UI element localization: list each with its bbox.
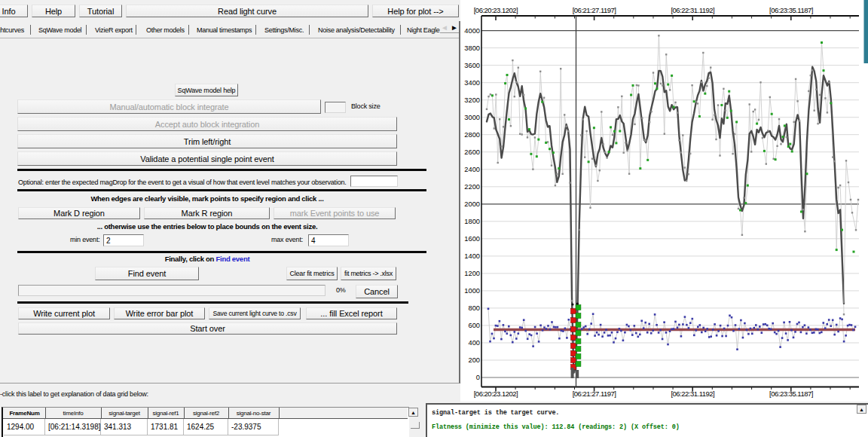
svg-text:600: 600: [468, 322, 480, 329]
svg-text:2000: 2000: [464, 200, 480, 208]
svg-text:3600: 3600: [464, 62, 480, 69]
svg-text:1200: 1200: [464, 270, 480, 277]
svg-text:2800: 2800: [464, 131, 480, 139]
svg-text:800: 800: [468, 304, 480, 312]
svg-text:3800: 3800: [464, 44, 480, 52]
svg-text:0: 0: [476, 374, 480, 381]
svg-text:4000: 4000: [464, 27, 480, 35]
svg-text:1800: 1800: [464, 218, 480, 225]
svg-text:[06:21:27.1197]: [06:21:27.1197]: [573, 390, 616, 398]
svg-text:3400: 3400: [464, 79, 480, 87]
svg-text:1600: 1600: [464, 235, 480, 243]
svg-text:[06:23:35.1187]: [06:23:35.1187]: [769, 390, 813, 398]
svg-text:3200: 3200: [464, 96, 480, 104]
svg-text:1400: 1400: [464, 252, 480, 260]
svg-text:[06:23:35.1187]: [06:23:35.1187]: [769, 6, 813, 14]
svg-text:[06:22:31.1192]: [06:22:31.1192]: [671, 6, 714, 14]
svg-text:200: 200: [468, 356, 480, 364]
svg-text:3000: 3000: [464, 114, 480, 121]
svg-text:[06:20:23.1202]: [06:20:23.1202]: [474, 390, 518, 398]
svg-text:400: 400: [468, 339, 480, 347]
svg-text:[06:20:23.1202]: [06:20:23.1202]: [474, 6, 518, 14]
svg-text:2200: 2200: [464, 183, 480, 191]
svg-text:[06:21:27.1197]: [06:21:27.1197]: [573, 6, 616, 14]
svg-text:[06:22:31.1192]: [06:22:31.1192]: [671, 390, 714, 398]
svg-text:2600: 2600: [464, 148, 480, 156]
svg-text:2400: 2400: [464, 166, 480, 173]
svg-text:1000: 1000: [464, 287, 480, 295]
